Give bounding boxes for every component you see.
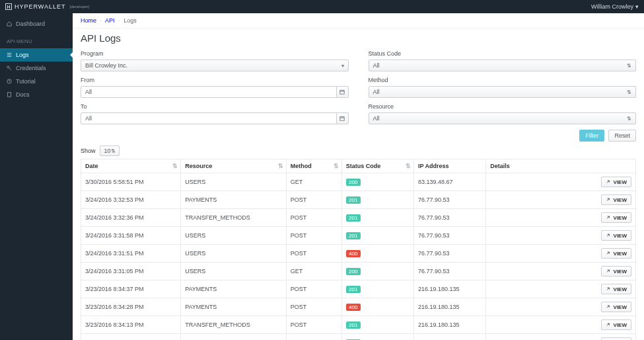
cell-date: 3/23/2016 8:33:50 PM (81, 334, 181, 341)
updown-icon: ⇅ (627, 63, 631, 69)
to-datepicker-button[interactable] (337, 112, 348, 124)
table-row: 3/24/2016 3:32:36 PMTRANSFER_METHODSPOST… (81, 209, 636, 227)
cell-resource: USERS (181, 334, 287, 341)
cell-status: 200 (341, 173, 413, 191)
col-date[interactable]: Date⇅ (81, 159, 181, 173)
sidebar-item-credentials[interactable]: Credentials (0, 62, 73, 75)
updown-icon: ⇅ (627, 89, 631, 95)
cell-date: 3/24/2016 3:32:53 PM (81, 191, 181, 209)
view-button[interactable]: VIEW (601, 230, 631, 241)
share-icon (606, 286, 611, 292)
cell-details: VIEW (486, 227, 636, 245)
show-select[interactable]: 10 ⇅ (100, 146, 120, 156)
sidebar-item-dashboard[interactable]: Dashboard (0, 17, 73, 30)
view-button[interactable]: VIEW (601, 319, 631, 330)
sort-icon: ⇅ (172, 164, 178, 168)
cell-method: POST (286, 298, 341, 316)
cell-status: 201 (341, 209, 413, 227)
view-label: VIEW (614, 322, 627, 328)
view-button[interactable]: VIEW (601, 212, 631, 223)
view-label: VIEW (614, 269, 627, 275)
cell-ip: 216.19.180.135 (413, 280, 485, 298)
view-button[interactable]: VIEW (601, 284, 631, 294)
cell-details: VIEW (486, 280, 636, 298)
statuscode-value: All (373, 62, 380, 69)
cell-details: VIEW (486, 191, 636, 209)
cell-method: POST (286, 227, 341, 245)
table-row: 3/24/2016 3:31:58 PMUSERSPOST20176.77.90… (81, 227, 636, 245)
breadcrumb-sep: · (100, 17, 102, 24)
share-icon (606, 233, 611, 238)
col-status[interactable]: Status Code⇅ (341, 159, 413, 173)
breadcrumb-sep: · (118, 17, 120, 24)
sidebar-item-logs[interactable]: Logs (0, 48, 73, 62)
chevron-down-icon: ▾ (635, 3, 639, 10)
status-badge: 201 (346, 286, 361, 293)
sidebar-item-docs[interactable]: Docs (0, 88, 73, 101)
method-value: All (373, 89, 380, 95)
view-button[interactable]: VIEW (601, 248, 631, 259)
cell-date: 3/23/2016 8:34:13 PM (81, 316, 181, 334)
table-row: 3/23/2016 8:34:37 PMPAYMENTSPOST201216.1… (81, 280, 636, 298)
sort-icon: ⇅ (334, 164, 339, 168)
list-icon (7, 52, 12, 58)
cell-ip: 83.139.48.67 (413, 173, 485, 191)
view-button[interactable]: VIEW (601, 266, 631, 276)
view-button[interactable]: VIEW (601, 337, 631, 340)
breadcrumb-home[interactable]: Home (81, 17, 96, 24)
method-select[interactable]: All ⇅ (369, 86, 637, 98)
sidebar-section-header: API MENU (0, 34, 73, 48)
cell-status: 201 (341, 191, 413, 209)
view-button[interactable]: VIEW (601, 177, 631, 187)
col-method[interactable]: Method⇅ (286, 159, 341, 173)
cell-date: 3/24/2016 3:32:36 PM (81, 209, 181, 227)
resource-value: All (373, 115, 380, 122)
program-select[interactable]: Bill Crowley Inc. ▾ (81, 60, 349, 71)
table-row: 3/24/2016 3:31:05 PMUSERSGET20076.77.90.… (81, 263, 636, 280)
statuscode-select[interactable]: All ⇅ (369, 60, 637, 71)
share-icon (606, 251, 611, 256)
share-icon (606, 215, 611, 220)
resource-select[interactable]: All ⇅ (369, 112, 637, 124)
view-label: VIEW (614, 251, 627, 257)
svg-rect-4 (340, 91, 344, 95)
breadcrumb-api[interactable]: API (105, 17, 115, 24)
user-menu[interactable]: William Crowley ▾ (591, 3, 639, 10)
filter-button[interactable]: Filter (579, 130, 604, 142)
doc-icon (7, 92, 12, 97)
view-button[interactable]: VIEW (601, 194, 631, 205)
view-button[interactable]: VIEW (601, 302, 631, 312)
to-input[interactable] (81, 112, 337, 124)
cell-date: 3/23/2016 8:34:37 PM (81, 280, 181, 298)
cell-details: VIEW (486, 316, 636, 334)
view-label: VIEW (614, 233, 627, 239)
cell-method: POST (286, 209, 341, 227)
user-name: William Crowley (591, 3, 633, 10)
cell-status: 200 (341, 263, 413, 280)
from-label: From (81, 77, 349, 83)
svg-text:?: ? (9, 80, 11, 83)
sidebar-item-tutorial[interactable]: ? Tutorial (0, 75, 73, 88)
breadcrumb-logs: Logs (124, 17, 137, 24)
brand-name: HYPERWALLET (15, 3, 66, 10)
cell-details: VIEW (486, 334, 636, 341)
reset-button[interactable]: Reset (608, 130, 636, 142)
table-row: 3/23/2016 8:33:50 PMUSERSPOST201216.19.1… (81, 334, 636, 341)
cell-resource: TRANSFER_METHODS (181, 209, 287, 227)
col-resource[interactable]: Resource⇅ (181, 159, 287, 173)
logs-table: Date⇅ Resource⇅ Method⇅ Status Code⇅ IP … (81, 159, 636, 340)
from-datepicker-button[interactable] (337, 86, 348, 98)
brand[interactable]: H HYPERWALLET [developer] (5, 3, 89, 10)
program-value: Bill Crowley Inc. (85, 62, 127, 69)
cell-status: 400 (341, 245, 413, 263)
sidebar-item-label: Logs (16, 52, 29, 58)
from-input[interactable] (81, 86, 337, 98)
cell-details: VIEW (486, 245, 636, 263)
cell-status: 201 (341, 334, 413, 341)
cell-resource: TRANSFER_METHODS (181, 316, 287, 334)
cell-resource: PAYMENTS (181, 191, 287, 209)
cell-date: 3/24/2016 3:31:05 PM (81, 263, 181, 280)
caret-down-icon: ▾ (341, 63, 344, 69)
view-label: VIEW (614, 286, 627, 292)
cell-date: 3/30/2016 5:58:51 PM (81, 173, 181, 191)
